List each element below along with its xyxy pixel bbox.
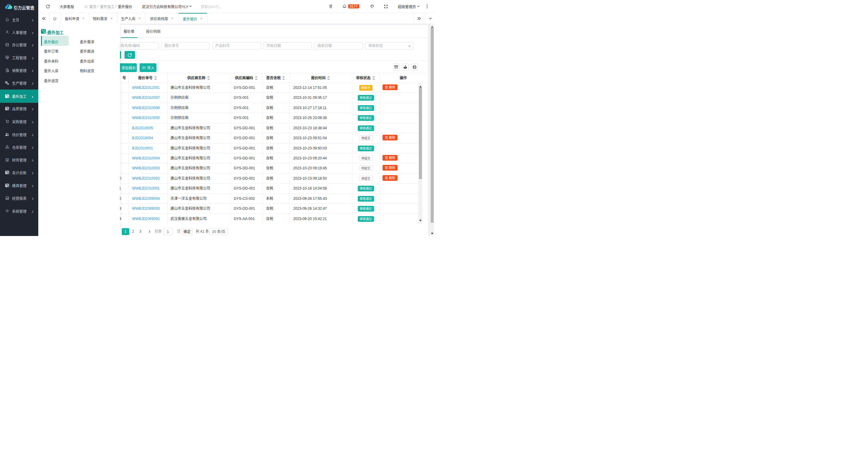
svg-text:;: ; — [9, 184, 10, 187]
svg-text:;: ; — [9, 95, 10, 98]
svg-text:;: ; — [9, 171, 10, 175]
svg-text:;: ; — [9, 107, 10, 111]
